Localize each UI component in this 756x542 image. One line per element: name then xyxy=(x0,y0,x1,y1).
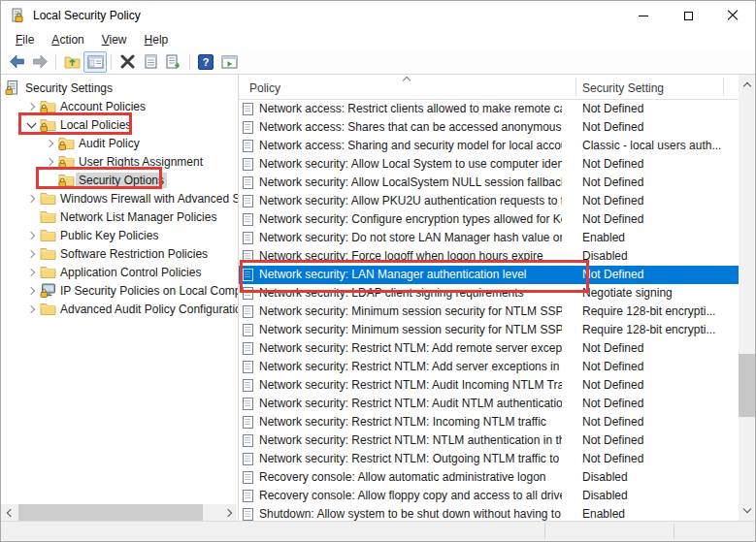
tree-item-label: Application Control Policies xyxy=(57,265,204,280)
tree-item-local-policies[interactable]: Local Policies xyxy=(1,115,238,134)
table-row[interactable]: Network security: Restrict NTLM: Outgoin… xyxy=(239,450,739,468)
tree-item-audit-policy[interactable]: Audit Policy xyxy=(1,134,238,152)
back-icon[interactable] xyxy=(5,51,28,73)
table-row[interactable]: Network security: Allow Local System to … xyxy=(239,155,739,174)
table-row[interactable]: Recovery console: Allow floppy copy and … xyxy=(239,487,739,505)
table-row[interactable]: Network security: Restrict NTLM: Audit I… xyxy=(239,376,739,395)
table-row[interactable]: Network security: Minimum session securi… xyxy=(239,303,739,321)
menu-file[interactable]: File xyxy=(7,31,43,48)
tree-item-label: Network List Manager Policies xyxy=(57,209,219,225)
security-setting-value: Disabled xyxy=(582,487,737,505)
column-divider[interactable] xyxy=(575,78,576,96)
scroll-left-arrow-icon[interactable] xyxy=(1,504,17,521)
tree-item-public-key-policies[interactable]: Public Key Policies xyxy=(1,226,238,244)
table-row[interactable]: Network security: Restrict NTLM: Add ser… xyxy=(239,358,739,376)
tree-item-security-settings[interactable]: Security Settings xyxy=(1,79,238,97)
table-row-selected[interactable]: Network security: LAN Manager authentica… xyxy=(239,266,739,284)
horizontal-scroll-thumb[interactable] xyxy=(18,504,203,521)
tree-item-icon xyxy=(40,302,57,317)
tree-item-windows-firewall-with-advanced-secu[interactable]: Windows Firewall with Advanced Secu xyxy=(1,189,238,207)
tree-item-icon xyxy=(40,265,57,280)
scroll-right-arrow-icon[interactable] xyxy=(220,504,237,521)
toolbar: ? xyxy=(1,49,755,75)
table-row[interactable]: Network security: Restrict NTLM: NTLM au… xyxy=(239,431,739,450)
chevron-icon[interactable] xyxy=(23,115,40,134)
table-row[interactable]: Network security: Restrict NTLM: Incomin… xyxy=(239,413,739,431)
table-row[interactable]: Shutdown: Allow system to be shut down w… xyxy=(239,505,739,521)
table-row[interactable]: Network security: Do not store LAN Manag… xyxy=(239,229,739,247)
tree-item-label: Security Settings xyxy=(22,80,115,96)
chevron-icon[interactable] xyxy=(23,207,40,226)
chevron-icon[interactable] xyxy=(23,281,40,300)
chevron-icon[interactable] xyxy=(23,263,40,281)
scroll-down-arrow-icon[interactable] xyxy=(739,502,755,519)
security-setting-value: Negotiate signing xyxy=(582,284,737,303)
chevron-icon[interactable] xyxy=(23,244,40,263)
chevron-icon[interactable] xyxy=(42,134,58,152)
tree-item-security-options[interactable]: Security Options xyxy=(1,171,238,189)
table-row[interactable]: Network security: Allow LocalSystem NULL… xyxy=(239,174,739,192)
table-row[interactable]: Network access: Sharing and security mod… xyxy=(239,137,739,155)
chevron-icon[interactable] xyxy=(23,300,40,318)
column-header-security-setting[interactable]: Security Setting xyxy=(582,81,664,95)
tree-item-ip-security-policies-on-local-compute[interactable]: IP Security Policies on Local Compute xyxy=(1,281,238,300)
table-row[interactable]: Network access: Shares that can be acces… xyxy=(239,118,739,137)
close-button[interactable] xyxy=(710,1,755,30)
horizontal-scrollbar[interactable] xyxy=(1,504,237,521)
chevron-icon[interactable] xyxy=(42,152,58,171)
table-row[interactable]: Network security: Force logoff when logo… xyxy=(239,247,739,266)
policy-doc-icon xyxy=(243,213,253,226)
security-setting-value: Classic - local users auth... xyxy=(582,137,737,155)
table-row[interactable]: Network security: Allow PKU2U authentica… xyxy=(239,192,739,210)
vertical-scroll-thumb[interactable] xyxy=(739,354,755,417)
column-header-policy[interactable]: Policy xyxy=(249,81,280,95)
security-setting-value: Not Defined xyxy=(582,192,737,210)
table-row[interactable]: Network security: Minimum session securi… xyxy=(239,321,739,339)
policy-name: Network security: Allow PKU2U authentica… xyxy=(259,192,562,210)
tree-item-icon xyxy=(40,246,57,262)
minimize-button[interactable] xyxy=(621,1,666,30)
policy-name: Network security: Minimum session securi… xyxy=(259,303,562,321)
chevron-icon[interactable] xyxy=(42,171,58,189)
column-divider[interactable] xyxy=(723,78,724,96)
tree-item-software-restriction-policies[interactable]: Software Restriction Policies xyxy=(1,244,238,263)
table-row[interactable]: Network security: Configure encryption t… xyxy=(239,210,739,229)
vertical-scrollbar[interactable] xyxy=(739,75,755,521)
tree-item-application-control-policies[interactable]: Application Control Policies xyxy=(1,263,238,281)
chevron-icon[interactable] xyxy=(23,226,40,244)
security-setting-value: Not Defined xyxy=(582,118,737,137)
forward-icon[interactable] xyxy=(28,51,51,73)
menu-help[interactable]: Help xyxy=(136,31,178,48)
tree-item-label: Audit Policy xyxy=(76,136,143,151)
table-row[interactable]: Network access: Restrict clients allowed… xyxy=(239,100,739,118)
menu-action[interactable]: Action xyxy=(43,31,92,48)
table-row[interactable]: Network security: Restrict NTLM: Add rem… xyxy=(239,339,739,358)
chevron-icon[interactable] xyxy=(23,189,40,207)
table-row[interactable]: Recovery console: Allow automatic admini… xyxy=(239,468,739,487)
policy-doc-icon xyxy=(243,140,253,152)
delete-icon[interactable] xyxy=(115,51,139,73)
tree-item-user-rights-assignment[interactable]: User Rights Assignment xyxy=(1,152,238,171)
tree-item-account-policies[interactable]: Account Policies xyxy=(1,97,238,115)
tree-items: Security Settings Account Policies Local… xyxy=(1,79,238,318)
policy-name: Recovery console: Allow automatic admini… xyxy=(259,468,562,487)
scroll-up-arrow-icon[interactable] xyxy=(739,77,755,93)
tree-item-network-list-manager-policies[interactable]: Network List Manager Policies xyxy=(1,207,238,226)
show-hide-console-tree-icon[interactable] xyxy=(83,51,107,73)
table-row[interactable]: Network security: Restrict NTLM: Audit N… xyxy=(239,395,739,413)
toolbar-separator xyxy=(189,54,190,70)
tree-item-advanced-audit-policy-configuration[interactable]: Advanced Audit Policy Configuration xyxy=(1,300,238,318)
chevron-icon[interactable] xyxy=(23,97,40,115)
new-window-icon[interactable] xyxy=(217,51,241,73)
table-row[interactable]: Network security: LDAP client signing re… xyxy=(239,284,739,303)
policy-name: Network security: LDAP client signing re… xyxy=(259,284,562,303)
menu-view[interactable]: View xyxy=(93,31,136,48)
up-one-level-icon[interactable] xyxy=(60,51,83,73)
export-list-icon[interactable] xyxy=(162,51,185,73)
properties-icon[interactable] xyxy=(139,51,162,73)
help-icon[interactable]: ? xyxy=(194,51,217,73)
maximize-button[interactable] xyxy=(666,1,710,30)
svg-text:?: ? xyxy=(203,56,210,68)
policy-doc-icon xyxy=(243,287,253,300)
policy-name: Network security: Restrict NTLM: Outgoin… xyxy=(259,450,562,468)
